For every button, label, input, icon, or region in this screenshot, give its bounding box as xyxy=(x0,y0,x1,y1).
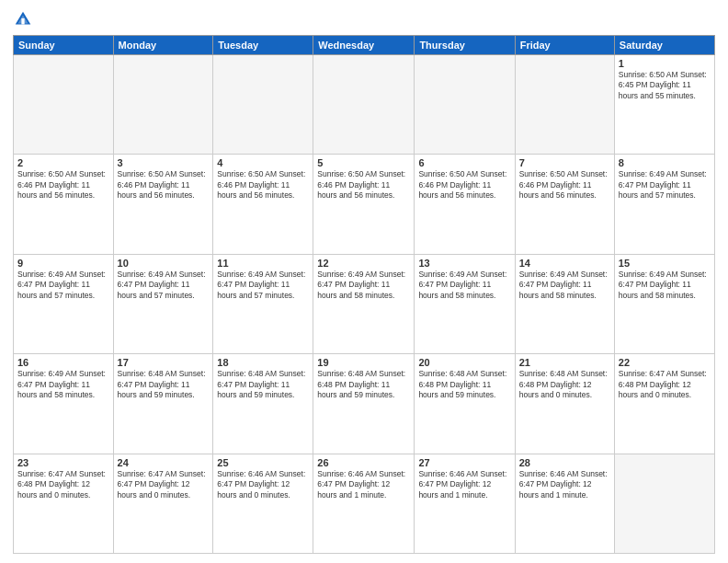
day-info: Sunrise: 6:46 AM Sunset: 6:47 PM Dayligh… xyxy=(418,469,510,500)
day-number: 8 xyxy=(619,157,711,168)
day-number: 18 xyxy=(217,357,309,368)
day-number: 16 xyxy=(17,357,109,368)
day-info: Sunrise: 6:49 AM Sunset: 6:47 PM Dayligh… xyxy=(217,270,309,301)
day-info: Sunrise: 6:46 AM Sunset: 6:47 PM Dayligh… xyxy=(519,469,610,500)
logo xyxy=(13,9,35,29)
col-friday: Friday xyxy=(515,36,614,55)
day-number: 9 xyxy=(17,258,109,269)
day-number: 27 xyxy=(418,457,510,468)
calendar-cell: 7Sunrise: 6:50 AM Sunset: 6:46 PM Daylig… xyxy=(515,155,614,254)
day-info: Sunrise: 6:49 AM Sunset: 6:47 PM Dayligh… xyxy=(17,270,109,301)
col-saturday: Saturday xyxy=(614,36,714,55)
day-info: Sunrise: 6:48 AM Sunset: 6:48 PM Dayligh… xyxy=(519,369,610,400)
day-info: Sunrise: 6:49 AM Sunset: 6:47 PM Dayligh… xyxy=(118,270,210,301)
day-number: 21 xyxy=(519,357,610,368)
calendar-cell: 26Sunrise: 6:46 AM Sunset: 6:47 PM Dayli… xyxy=(313,454,415,553)
calendar-cell: 1Sunrise: 6:50 AM Sunset: 6:45 PM Daylig… xyxy=(614,55,714,155)
calendar-week-row: 1Sunrise: 6:50 AM Sunset: 6:45 PM Daylig… xyxy=(14,55,715,155)
day-info: Sunrise: 6:48 AM Sunset: 6:47 PM Dayligh… xyxy=(217,369,309,400)
day-number: 24 xyxy=(118,457,210,468)
col-thursday: Thursday xyxy=(415,36,515,55)
calendar-cell: 13Sunrise: 6:49 AM Sunset: 6:47 PM Dayli… xyxy=(415,254,515,353)
day-info: Sunrise: 6:48 AM Sunset: 6:47 PM Dayligh… xyxy=(118,369,210,400)
day-info: Sunrise: 6:50 AM Sunset: 6:46 PM Dayligh… xyxy=(118,169,210,201)
calendar-cell: 28Sunrise: 6:46 AM Sunset: 6:47 PM Dayli… xyxy=(515,454,614,553)
calendar-cell xyxy=(213,55,313,155)
day-info: Sunrise: 6:47 AM Sunset: 6:48 PM Dayligh… xyxy=(619,369,711,400)
day-number: 13 xyxy=(418,258,510,269)
calendar-cell xyxy=(313,55,415,155)
calendar-cell: 12Sunrise: 6:49 AM Sunset: 6:47 PM Dayli… xyxy=(313,254,415,353)
day-number: 14 xyxy=(519,258,610,269)
calendar-week-row: 23Sunrise: 6:47 AM Sunset: 6:48 PM Dayli… xyxy=(14,454,715,553)
day-number: 7 xyxy=(519,157,610,168)
calendar-week-row: 2Sunrise: 6:50 AM Sunset: 6:46 PM Daylig… xyxy=(14,155,715,254)
day-info: Sunrise: 6:47 AM Sunset: 6:47 PM Dayligh… xyxy=(118,469,210,500)
calendar-cell xyxy=(415,55,515,155)
day-info: Sunrise: 6:49 AM Sunset: 6:47 PM Dayligh… xyxy=(317,270,410,301)
day-number: 17 xyxy=(118,357,210,368)
svg-rect-2 xyxy=(21,18,24,25)
calendar-cell: 9Sunrise: 6:49 AM Sunset: 6:47 PM Daylig… xyxy=(14,254,114,353)
calendar-cell: 22Sunrise: 6:47 AM Sunset: 6:48 PM Dayli… xyxy=(614,354,714,454)
calendar-cell xyxy=(113,55,213,155)
calendar-cell: 2Sunrise: 6:50 AM Sunset: 6:46 PM Daylig… xyxy=(14,155,114,254)
day-info: Sunrise: 6:46 AM Sunset: 6:47 PM Dayligh… xyxy=(317,469,410,500)
col-sunday: Sunday xyxy=(14,36,114,55)
calendar-cell xyxy=(14,55,114,155)
calendar-cell: 5Sunrise: 6:50 AM Sunset: 6:46 PM Daylig… xyxy=(313,155,415,254)
day-number: 1 xyxy=(619,58,711,69)
calendar-cell: 15Sunrise: 6:49 AM Sunset: 6:47 PM Dayli… xyxy=(614,254,714,353)
day-info: Sunrise: 6:50 AM Sunset: 6:45 PM Dayligh… xyxy=(619,70,711,101)
calendar-cell: 17Sunrise: 6:48 AM Sunset: 6:47 PM Dayli… xyxy=(113,354,213,454)
calendar-cell xyxy=(614,454,714,553)
calendar: Sunday Monday Tuesday Wednesday Thursday… xyxy=(13,35,715,554)
day-info: Sunrise: 6:50 AM Sunset: 6:46 PM Dayligh… xyxy=(418,169,510,201)
calendar-cell: 6Sunrise: 6:50 AM Sunset: 6:46 PM Daylig… xyxy=(415,155,515,254)
day-number: 2 xyxy=(17,157,109,168)
calendar-cell: 18Sunrise: 6:48 AM Sunset: 6:47 PM Dayli… xyxy=(213,354,313,454)
day-info: Sunrise: 6:46 AM Sunset: 6:47 PM Dayligh… xyxy=(217,469,309,500)
logo-icon xyxy=(13,9,33,29)
calendar-cell: 3Sunrise: 6:50 AM Sunset: 6:46 PM Daylig… xyxy=(113,155,213,254)
day-number: 5 xyxy=(317,157,410,168)
day-number: 26 xyxy=(317,457,410,468)
calendar-cell: 25Sunrise: 6:46 AM Sunset: 6:47 PM Dayli… xyxy=(213,454,313,553)
day-info: Sunrise: 6:47 AM Sunset: 6:48 PM Dayligh… xyxy=(17,469,109,500)
calendar-cell: 16Sunrise: 6:49 AM Sunset: 6:47 PM Dayli… xyxy=(14,354,114,454)
calendar-cell xyxy=(515,55,614,155)
day-info: Sunrise: 6:49 AM Sunset: 6:47 PM Dayligh… xyxy=(619,169,711,201)
day-number: 10 xyxy=(118,258,210,269)
day-info: Sunrise: 6:48 AM Sunset: 6:48 PM Dayligh… xyxy=(317,369,410,400)
calendar-week-row: 16Sunrise: 6:49 AM Sunset: 6:47 PM Dayli… xyxy=(14,354,715,454)
col-wednesday: Wednesday xyxy=(313,36,415,55)
day-number: 3 xyxy=(118,157,210,168)
day-info: Sunrise: 6:50 AM Sunset: 6:46 PM Dayligh… xyxy=(17,169,109,201)
calendar-cell: 11Sunrise: 6:49 AM Sunset: 6:47 PM Dayli… xyxy=(213,254,313,353)
day-info: Sunrise: 6:49 AM Sunset: 6:47 PM Dayligh… xyxy=(519,270,610,301)
day-number: 22 xyxy=(619,357,711,368)
calendar-cell: 14Sunrise: 6:49 AM Sunset: 6:47 PM Dayli… xyxy=(515,254,614,353)
day-number: 25 xyxy=(217,457,309,468)
header xyxy=(13,9,715,29)
col-monday: Monday xyxy=(113,36,213,55)
calendar-cell: 8Sunrise: 6:49 AM Sunset: 6:47 PM Daylig… xyxy=(614,155,714,254)
day-number: 20 xyxy=(418,357,510,368)
calendar-header-row: Sunday Monday Tuesday Wednesday Thursday… xyxy=(14,36,715,55)
day-info: Sunrise: 6:49 AM Sunset: 6:47 PM Dayligh… xyxy=(17,369,109,400)
calendar-cell: 10Sunrise: 6:49 AM Sunset: 6:47 PM Dayli… xyxy=(113,254,213,353)
day-info: Sunrise: 6:49 AM Sunset: 6:47 PM Dayligh… xyxy=(418,270,510,301)
day-number: 28 xyxy=(519,457,610,468)
day-number: 4 xyxy=(217,157,309,168)
day-number: 15 xyxy=(619,258,711,269)
day-number: 19 xyxy=(317,357,410,368)
day-info: Sunrise: 6:50 AM Sunset: 6:46 PM Dayligh… xyxy=(519,169,610,201)
calendar-cell: 27Sunrise: 6:46 AM Sunset: 6:47 PM Dayli… xyxy=(415,454,515,553)
day-number: 23 xyxy=(17,457,109,468)
calendar-cell: 4Sunrise: 6:50 AM Sunset: 6:46 PM Daylig… xyxy=(213,155,313,254)
day-number: 11 xyxy=(217,258,309,269)
calendar-cell: 23Sunrise: 6:47 AM Sunset: 6:48 PM Dayli… xyxy=(14,454,114,553)
day-info: Sunrise: 6:50 AM Sunset: 6:46 PM Dayligh… xyxy=(317,169,410,201)
calendar-week-row: 9Sunrise: 6:49 AM Sunset: 6:47 PM Daylig… xyxy=(14,254,715,353)
day-info: Sunrise: 6:50 AM Sunset: 6:46 PM Dayligh… xyxy=(217,169,309,201)
